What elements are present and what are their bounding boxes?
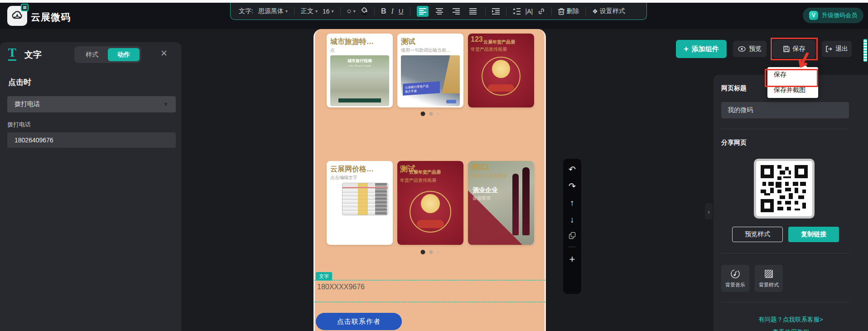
panel-tabs: 样式 动作 [74, 46, 141, 63]
align-center-button[interactable] [434, 6, 445, 17]
trash-icon [558, 8, 564, 15]
card-poster [342, 183, 388, 215]
share-qr-code[interactable] [754, 159, 815, 219]
carousel-dots [420, 112, 439, 116]
add-icon[interactable]: + [569, 255, 575, 264]
scrollbar-indicator[interactable] [863, 39, 867, 62]
panel-title: 文字 [24, 49, 42, 61]
background-style-button[interactable]: 背景样式 [755, 265, 783, 292]
contact-author-button[interactable]: 点击联系作者 [316, 313, 402, 330]
save-dropdown-menu: 保存 保存并截图 [767, 67, 818, 98]
poster-figure [488, 84, 514, 92]
set-style-button[interactable]: ❖ 设置样式 [592, 7, 625, 15]
carousel-dot[interactable] [437, 251, 439, 253]
paragraph-style-select[interactable]: 正文 ▾ [301, 7, 318, 15]
poster-band [338, 98, 381, 102]
line-height-button[interactable] [513, 8, 521, 15]
carousel-dot-active[interactable] [420, 112, 425, 116]
preview-button[interactable]: 预览 [733, 41, 767, 57]
template-card[interactable]: 测试 借用一句歌词比喻当前… 云展银行零售产品 推介手册 [397, 34, 463, 107]
page-title-input[interactable] [721, 102, 849, 118]
letter-spacing-button[interactable]: |A| [526, 8, 533, 15]
upgrade-membership-button[interactable]: V 升级微码会员 [803, 8, 863, 23]
exit-icon [825, 46, 832, 52]
align-justify-button[interactable] [467, 6, 479, 17]
card-title: 测试 [401, 37, 460, 46]
qr-code-image [761, 165, 808, 212]
template-card[interactable]: 123 云展年货产品册 年货产品宣传画册 [468, 34, 534, 107]
phone-number-input[interactable] [7, 132, 176, 148]
select-caret-icon: ▼ [163, 101, 169, 107]
menu-item-save-screenshot[interactable]: 保存并截图 [767, 83, 818, 98]
card-title: 城市旅游特… [330, 37, 389, 46]
card-poster: 城市旅行指南 City Travel Guide [330, 55, 389, 106]
carousel-dot[interactable] [437, 113, 439, 115]
poster-subtitle: City Travel Guide [330, 64, 389, 68]
hatch-square-icon [764, 269, 774, 279]
card-poster: 测试1 制酒公司宣传画册 酒业企业 企业宣传 [468, 161, 534, 245]
tab-action[interactable]: 动作 [108, 48, 140, 61]
font-size-select[interactable]: 16 ▾ [323, 8, 334, 15]
add-component-button[interactable]: + 添加组件 [676, 40, 727, 58]
text-color-select[interactable]: ○ ▾ [347, 7, 356, 16]
card-poster: 123 云展年货产品册 年货产品宣传画册 [468, 34, 534, 107]
qr-badge-icon: ▦ [21, 4, 29, 11]
panel-collapse-chevron[interactable]: › [705, 203, 713, 219]
carousel-dot[interactable] [429, 250, 433, 254]
action-type-select[interactable]: 拨打电话 ▼ [7, 96, 176, 112]
template-card[interactable]: 云展网价格… 点击编辑文字 [327, 161, 393, 245]
bold-button[interactable]: B [381, 7, 386, 15]
divider [551, 7, 552, 15]
page-title-label: 网页标题 [721, 84, 747, 92]
chevron-right-icon: › [708, 208, 710, 215]
line-height-icon [513, 8, 521, 15]
redo-icon[interactable]: ↷ [569, 182, 576, 191]
tutorial-link[interactable]: 查看使用教程 [714, 328, 868, 331]
move-down-icon[interactable]: ↓ [570, 215, 574, 224]
share-page-label: 分享网页 [721, 139, 747, 147]
divider [506, 7, 506, 15]
exit-button[interactable]: 退出 [822, 41, 852, 57]
carousel-dot-active[interactable] [420, 250, 425, 254]
align-left-button[interactable] [417, 6, 429, 17]
duplicate-icon[interactable] [569, 232, 575, 239]
style-diamond-icon: ❖ [592, 8, 598, 15]
on-click-heading: 点击时 [8, 77, 31, 88]
divider [374, 7, 375, 15]
template-card[interactable]: 测试 云展年货产品册 年货产品宣传画册 [397, 161, 463, 245]
paint-bucket-icon [361, 7, 368, 15]
poster-banner: 云展银行零售产品 推介手册 [403, 81, 440, 96]
background-music-button[interactable]: 背景音乐 [721, 265, 749, 292]
delete-button[interactable]: 删除 [558, 7, 579, 15]
undo-icon[interactable]: ↶ [569, 165, 576, 174]
text-component-value[interactable]: 180XXXX9676 [317, 283, 365, 291]
upgrade-label: 升级微码会员 [822, 11, 857, 19]
poster-figure [417, 220, 444, 228]
align-right-button[interactable] [450, 6, 462, 17]
move-up-icon[interactable]: ↑ [570, 199, 574, 208]
divider [485, 7, 486, 15]
tab-style[interactable]: 样式 [76, 48, 108, 61]
preview-style-button[interactable]: 预览样式 [732, 227, 783, 242]
poster-title: 云展年货产品册 [483, 39, 515, 45]
divider [410, 7, 410, 15]
indent-button[interactable] [492, 8, 500, 15]
contact-support-link[interactable]: 有问题？点我联系客服> [714, 316, 868, 324]
divider [721, 253, 849, 253]
fill-color-button[interactable] [361, 7, 368, 15]
template-card[interactable]: 测试1 制酒公司宣传画册 酒业企业 企业宣传 [468, 161, 534, 245]
underline-button[interactable]: U [399, 7, 404, 15]
copy-link-button[interactable]: 复制链接 [788, 227, 839, 242]
carousel-dot[interactable] [429, 112, 433, 116]
poster-subtitle: 企业宣传 [473, 195, 491, 201]
font-family-select[interactable]: 思源黑体 ▾ [258, 7, 288, 15]
italic-button[interactable]: I [391, 7, 393, 15]
template-card[interactable]: 城市旅游特… 点 城市旅行指南 City Travel Guide [327, 34, 393, 107]
link-button[interactable] [538, 8, 545, 15]
cloud-icon [10, 10, 24, 22]
color-circle-icon: ○ [347, 7, 352, 16]
chevron-down-icon: ▾ [285, 9, 288, 14]
music-icon [730, 269, 740, 279]
close-icon[interactable]: ✕ [160, 48, 168, 58]
card-title: 云展网价格… [330, 165, 389, 174]
